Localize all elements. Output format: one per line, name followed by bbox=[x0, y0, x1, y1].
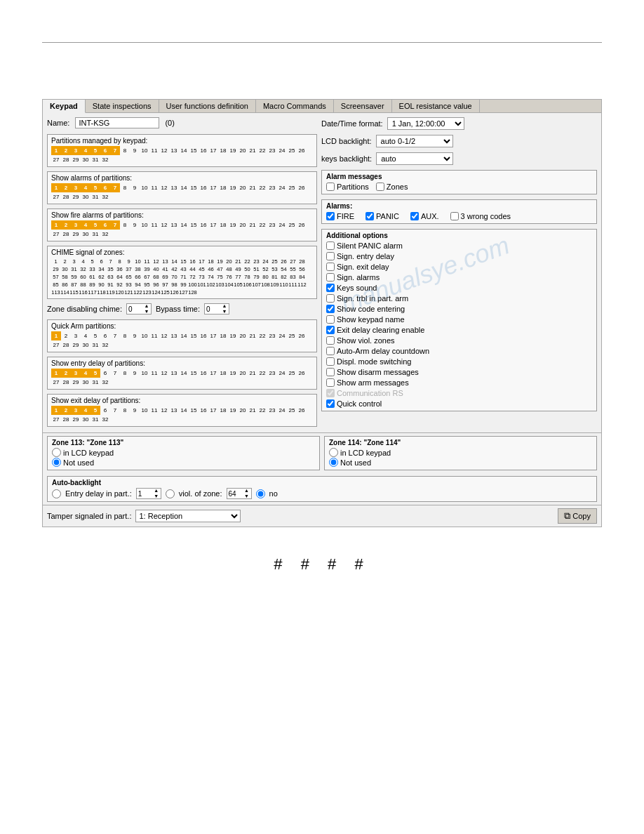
num-cell-16[interactable]: 16 bbox=[199, 331, 208, 340]
num-cell-18[interactable]: 18 bbox=[218, 220, 228, 230]
num-cell-7[interactable]: 7 bbox=[110, 369, 120, 378]
chime-num-116[interactable]: 116 bbox=[79, 289, 88, 296]
num-cell-30[interactable]: 30 bbox=[81, 415, 90, 424]
num-cell-10[interactable]: 10 bbox=[140, 183, 149, 192]
num-cell-28[interactable]: 28 bbox=[61, 230, 71, 239]
num-cell-26[interactable]: 26 bbox=[297, 183, 307, 192]
num-cell-9[interactable]: 9 bbox=[130, 183, 140, 192]
bypass-time-up[interactable]: ▲ bbox=[220, 303, 229, 309]
chime-num-63[interactable]: 63 bbox=[106, 273, 115, 281]
chime-num-9[interactable]: 9 bbox=[124, 258, 133, 265]
option-checkbox-sign_trbl[interactable] bbox=[326, 294, 335, 303]
num-cell-7[interactable]: 7 bbox=[110, 146, 120, 155]
bypass-time-spinbox[interactable]: ▲ ▼ bbox=[204, 303, 229, 315]
chime-num-96[interactable]: 96 bbox=[152, 281, 161, 289]
chime-num-123[interactable]: 123 bbox=[142, 289, 152, 296]
chime-num-20[interactable]: 20 bbox=[224, 258, 234, 265]
num-cell-21[interactable]: 21 bbox=[248, 183, 257, 192]
num-cell-28[interactable]: 28 bbox=[61, 192, 71, 201]
num-cell-14[interactable]: 14 bbox=[179, 220, 189, 230]
chime-num-118[interactable]: 118 bbox=[97, 289, 106, 296]
num-cell-30[interactable]: 30 bbox=[81, 378, 90, 387]
num-cell-1[interactable]: 1 bbox=[51, 183, 61, 192]
num-cell-6[interactable]: 6 bbox=[100, 369, 110, 378]
num-cell-2[interactable]: 2 bbox=[61, 369, 71, 378]
chime-num-125[interactable]: 125 bbox=[161, 289, 170, 296]
chime-num-128[interactable]: 128 bbox=[188, 289, 197, 296]
chime-num-79[interactable]: 79 bbox=[252, 273, 261, 281]
num-cell-1[interactable]: 1 bbox=[51, 369, 61, 378]
chime-num-56[interactable]: 56 bbox=[297, 265, 307, 273]
chime-num-93[interactable]: 93 bbox=[124, 281, 133, 289]
chime-num-88[interactable]: 88 bbox=[79, 281, 88, 289]
chime-num-102[interactable]: 102 bbox=[206, 281, 215, 289]
chime-num-121[interactable]: 121 bbox=[124, 289, 133, 296]
chime-num-113[interactable]: 113 bbox=[51, 289, 60, 296]
zones-checkbox[interactable] bbox=[376, 183, 384, 191]
chime-num-10[interactable]: 10 bbox=[133, 258, 142, 265]
num-cell-18[interactable]: 18 bbox=[218, 146, 228, 155]
chime-num-17[interactable]: 17 bbox=[197, 258, 206, 265]
num-cell-19[interactable]: 19 bbox=[228, 331, 238, 340]
num-cell-18[interactable]: 18 bbox=[218, 331, 228, 340]
num-cell-21[interactable]: 21 bbox=[248, 146, 257, 155]
zone-disabling-spinbox[interactable]: ▲ ▼ bbox=[126, 303, 152, 315]
chime-num-6[interactable]: 6 bbox=[97, 258, 106, 265]
num-cell-4[interactable]: 4 bbox=[81, 331, 90, 340]
chime-num-4[interactable]: 4 bbox=[79, 258, 88, 265]
num-cell-22[interactable]: 22 bbox=[257, 220, 267, 230]
num-cell-26[interactable]: 26 bbox=[297, 406, 307, 415]
num-cell-17[interactable]: 17 bbox=[208, 220, 218, 230]
num-cell-31[interactable]: 31 bbox=[90, 415, 100, 424]
num-cell-26[interactable]: 26 bbox=[297, 369, 307, 378]
chime-num-38[interactable]: 38 bbox=[133, 265, 142, 273]
chime-num-32[interactable]: 32 bbox=[79, 265, 88, 273]
option-checkbox-sign_exit[interactable] bbox=[326, 263, 335, 271]
num-cell-22[interactable]: 22 bbox=[257, 406, 267, 415]
num-cell-18[interactable]: 18 bbox=[218, 183, 228, 192]
datetime-select[interactable]: 1 Jan, 12:00:00 bbox=[387, 117, 464, 130]
chime-num-99[interactable]: 99 bbox=[179, 281, 188, 289]
chime-num-44[interactable]: 44 bbox=[188, 265, 197, 273]
chime-num-23[interactable]: 23 bbox=[252, 258, 261, 265]
chime-num-89[interactable]: 89 bbox=[88, 281, 97, 289]
option-checkbox-exit_delay[interactable] bbox=[326, 326, 335, 334]
num-cell-32[interactable]: 32 bbox=[100, 340, 110, 350]
num-cell-23[interactable]: 23 bbox=[267, 331, 277, 340]
chime-num-42[interactable]: 42 bbox=[170, 265, 179, 273]
num-cell-9[interactable]: 9 bbox=[130, 369, 140, 378]
option-checkbox-comm_rs[interactable] bbox=[326, 389, 335, 397]
num-cell-21[interactable]: 21 bbox=[248, 331, 257, 340]
num-cell-14[interactable]: 14 bbox=[179, 406, 189, 415]
num-cell-14[interactable]: 14 bbox=[179, 369, 189, 378]
num-cell-31[interactable]: 31 bbox=[90, 378, 100, 387]
viol-zone-down[interactable]: ▼ bbox=[243, 494, 251, 499]
chime-num-59[interactable]: 59 bbox=[69, 273, 79, 281]
num-cell-32[interactable]: 32 bbox=[100, 192, 110, 201]
autoback-radio-no[interactable] bbox=[256, 489, 265, 498]
chime-num-26[interactable]: 26 bbox=[279, 258, 288, 265]
num-cell-22[interactable]: 22 bbox=[257, 331, 267, 340]
chime-num-15[interactable]: 15 bbox=[179, 258, 188, 265]
num-cell-22[interactable]: 22 bbox=[257, 146, 267, 155]
num-cell-21[interactable]: 21 bbox=[248, 220, 257, 230]
chime-num-115[interactable]: 115 bbox=[69, 289, 79, 296]
num-cell-27[interactable]: 27 bbox=[51, 378, 61, 387]
option-checkbox-displ_mode[interactable] bbox=[326, 357, 335, 366]
num-cell-17[interactable]: 17 bbox=[208, 406, 218, 415]
num-cell-9[interactable]: 9 bbox=[130, 146, 140, 155]
num-cell-6[interactable]: 6 bbox=[100, 183, 110, 192]
chime-num-49[interactable]: 49 bbox=[234, 265, 243, 273]
num-cell-30[interactable]: 30 bbox=[81, 230, 90, 239]
num-cell-19[interactable]: 19 bbox=[228, 183, 238, 192]
tamper-select[interactable]: 1: Reception bbox=[135, 510, 241, 522]
option-checkbox-auto_arm[interactable] bbox=[326, 347, 335, 355]
chime-num-60[interactable]: 60 bbox=[79, 273, 88, 281]
num-cell-10[interactable]: 10 bbox=[140, 146, 149, 155]
num-cell-19[interactable]: 19 bbox=[228, 220, 238, 230]
lcd-backlight-select[interactable]: auto 0-1/2 bbox=[376, 135, 453, 147]
num-cell-8[interactable]: 8 bbox=[120, 331, 130, 340]
entry-delay-input[interactable] bbox=[137, 490, 152, 498]
panic-checkbox[interactable] bbox=[365, 212, 374, 220]
entry-delay-spinbox[interactable]: ▲ ▼ bbox=[136, 488, 161, 499]
